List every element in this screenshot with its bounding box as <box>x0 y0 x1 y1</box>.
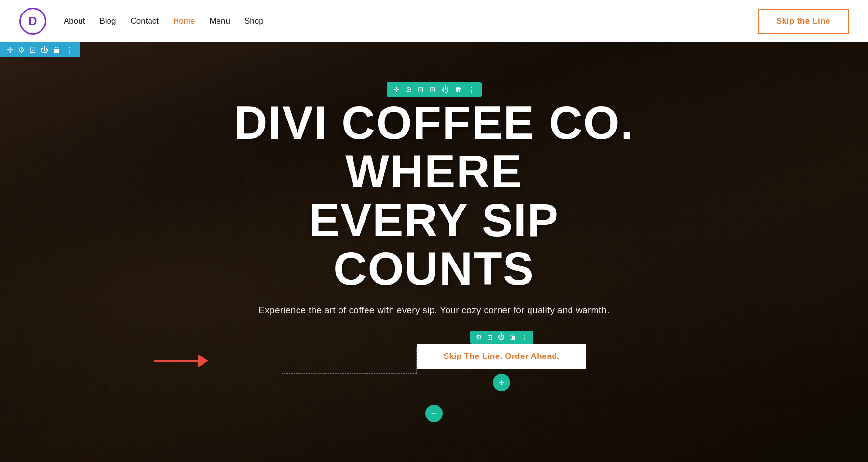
nav-shop[interactable]: Shop <box>244 16 264 26</box>
nav-about[interactable]: About <box>64 16 85 26</box>
module-toolbar-disable[interactable]: ⏻ <box>442 86 449 94</box>
add-row-button[interactable]: + <box>425 405 443 422</box>
module-toolbar-title: ✛ ⚙ ⊡ ⊞ ⏻ 🗑 ⋮ <box>387 82 482 97</box>
toolbar-delete-icon[interactable]: 🗑 <box>53 46 61 54</box>
hero-subtitle: Experience the art of coffee with every … <box>258 305 609 316</box>
nav-contact[interactable]: Contact <box>130 16 159 26</box>
nav-home[interactable]: Home <box>173 16 195 26</box>
module-toolbar-settings[interactable]: ⚙ <box>406 85 412 94</box>
module-toolbar-grid[interactable]: ⊞ <box>430 85 436 94</box>
btn-toolbar-delete[interactable]: 🗑 <box>509 333 516 341</box>
module-toolbar-more[interactable]: ⋮ <box>468 85 475 94</box>
arrow-head <box>198 354 208 368</box>
toolbar-settings-icon[interactable]: ⚙ <box>18 45 25 54</box>
nav-menu[interactable]: Menu <box>209 16 230 26</box>
red-arrow <box>154 354 208 368</box>
toolbar-clone-icon[interactable]: ⊡ <box>29 45 36 54</box>
header-cta-button[interactable]: Skip the Line <box>758 9 849 34</box>
hero-title: DIVI COFFEE CO. WHERE EVERY SIP COUNTS <box>217 99 651 293</box>
btn-toolbar-disable[interactable]: ⏻ <box>498 333 504 341</box>
nav-blog[interactable]: Blog <box>99 16 116 26</box>
module-toolbar-clone[interactable]: ⊡ <box>418 85 424 94</box>
btn-toolbar-clone[interactable]: ⊡ <box>487 333 493 342</box>
btn-toolbar-more[interactable]: ⋮ <box>521 333 528 342</box>
cta-button-wrap: ⚙ ⊡ ⏻ 🗑 ⋮ Skip The Line. Order Ahead. + <box>417 331 587 391</box>
logo-letter: D <box>28 14 37 28</box>
module-toolbar-delete[interactable]: 🗑 <box>455 86 462 94</box>
header-left: D About Blog Contact Home Menu Shop <box>19 8 264 35</box>
section-toolbar-top: ✛ ⚙ ⊡ ⏻ 🗑 ⋮ <box>0 42 80 57</box>
hero-button-row: ⚙ ⊡ ⏻ 🗑 ⋮ Skip The Line. Order Ahead. + <box>217 331 651 391</box>
toolbar-disable-icon[interactable]: ⏻ <box>41 46 48 54</box>
site-header: D About Blog Contact Home Menu Shop Skip… <box>0 0 868 42</box>
toolbar-move-icon[interactable]: ✛ <box>7 45 13 54</box>
add-module-button[interactable]: + <box>493 374 510 391</box>
hero-cta-button[interactable]: Skip The Line. Order Ahead. <box>417 344 587 369</box>
arrow-line <box>154 360 198 362</box>
site-logo[interactable]: D <box>19 8 46 35</box>
hero-title-line1: DIVI COFFEE CO. WHERE <box>234 97 634 197</box>
hero-content: ✛ ⚙ ⊡ ⊞ ⏻ 🗑 ⋮ DIVI COFFEE CO. WHERE EVER… <box>217 82 651 422</box>
btn-toolbar-settings[interactable]: ⚙ <box>476 333 482 342</box>
toolbar-more-icon[interactable]: ⋮ <box>66 45 73 54</box>
module-toolbar-move[interactable]: ✛ <box>393 85 400 94</box>
hero-section: ✛ ⚙ ⊡ ⊞ ⏻ 🗑 ⋮ DIVI COFFEE CO. WHERE EVER… <box>0 42 868 462</box>
empty-button-placeholder <box>282 348 417 374</box>
button-module-toolbar: ⚙ ⊡ ⏻ 🗑 ⋮ <box>470 331 533 344</box>
main-nav: About Blog Contact Home Menu Shop <box>64 16 264 26</box>
hero-title-line2: EVERY SIP COUNTS <box>309 194 559 294</box>
